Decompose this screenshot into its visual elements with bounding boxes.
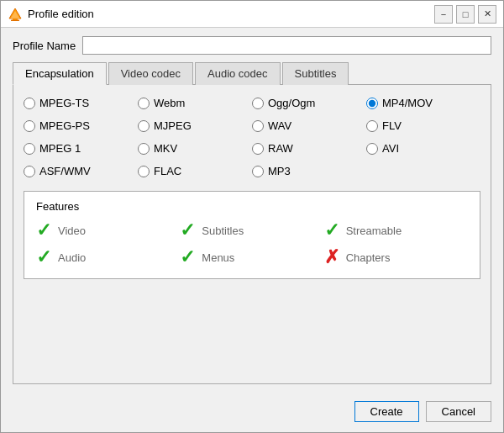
feature-chapters-label: Chapters [346, 251, 391, 264]
format-mjpeg[interactable]: MJPEG [138, 119, 252, 132]
profile-name-label: Profile Name [13, 40, 76, 52]
format-flac[interactable]: FLAC [138, 165, 252, 177]
tab-audio-codec[interactable]: Audio codec [195, 62, 281, 85]
dialog-content: Profile Name Encapsulation Video codec A… [1, 28, 503, 393]
format-mp3[interactable]: MP3 [252, 165, 366, 177]
window-title: Profile edition [28, 8, 434, 20]
feature-menus: ✓ Menus [180, 248, 323, 267]
feature-streamable-label: Streamable [346, 224, 402, 237]
create-button[interactable]: Create [354, 401, 419, 422]
format-ogg[interactable]: Ogg/Ogm [252, 97, 366, 109]
feature-chapters: ✗ Chapters [324, 248, 468, 267]
feature-video: ✓ Video [36, 221, 180, 240]
profile-name-input[interactable] [82, 36, 491, 55]
dialog-footer: Create Cancel [1, 393, 503, 432]
format-mpeg-ps[interactable]: MPEG-PS [24, 119, 138, 132]
feature-audio-label: Audio [58, 251, 86, 264]
format-grid: MPEG-TS Webm Ogg/Ogm MP4/MOV MPEG-PS [24, 97, 480, 177]
tab-encapsulation[interactable]: Encapsulation [13, 62, 107, 85]
format-mkv[interactable]: MKV [138, 142, 252, 155]
format-flv[interactable]: FLV [366, 119, 480, 132]
check-menus-icon: ✓ [180, 248, 195, 267]
format-mpeg1[interactable]: MPEG 1 [24, 142, 138, 155]
format-wav[interactable]: WAV [252, 119, 366, 132]
main-window: Profile edition − □ ✕ Profile Name Encap… [0, 0, 504, 433]
features-grid: ✓ Video ✓ Subtitles ✓ Streamable [36, 221, 468, 267]
svg-rect-3 [11, 19, 19, 21]
check-audio-icon: ✓ [36, 248, 51, 267]
check-subtitles-icon: ✓ [180, 221, 195, 240]
feature-menus-label: Menus [202, 251, 234, 264]
maximize-button[interactable]: □ [456, 5, 475, 24]
format-webm[interactable]: Webm [138, 97, 252, 109]
tabs-container: Encapsulation Video codec Audio codec Su… [13, 61, 491, 384]
minimize-button[interactable]: − [434, 5, 453, 24]
vlc-icon [8, 7, 23, 22]
window-controls: − □ ✕ [434, 5, 496, 24]
check-video-icon: ✓ [36, 221, 51, 240]
check-streamable-icon: ✓ [324, 221, 339, 240]
format-avi[interactable]: AVI [366, 142, 480, 155]
feature-video-label: Video [58, 224, 86, 237]
tab-subtitles[interactable]: Subtitles [282, 62, 349, 85]
feature-subtitles: ✓ Subtitles [180, 221, 323, 240]
features-box: Features ✓ Video ✓ Subtitles [24, 191, 480, 279]
format-mp4[interactable]: MP4/MOV [366, 97, 480, 109]
tab-video-codec[interactable]: Video codec [108, 62, 193, 85]
cross-chapters-icon: ✗ [324, 248, 339, 267]
encapsulation-tab-content: MPEG-TS Webm Ogg/Ogm MP4/MOV MPEG-PS [13, 85, 491, 384]
profile-name-row: Profile Name [13, 36, 491, 55]
feature-audio: ✓ Audio [36, 248, 180, 267]
title-bar: Profile edition − □ ✕ [1, 1, 503, 28]
feature-streamable: ✓ Streamable [324, 221, 468, 240]
format-asf[interactable]: ASF/WMV [24, 165, 138, 177]
cancel-button[interactable]: Cancel [426, 401, 491, 422]
tab-bar: Encapsulation Video codec Audio codec Su… [13, 61, 491, 85]
format-mpeg-ts[interactable]: MPEG-TS [24, 97, 138, 109]
format-raw[interactable]: RAW [252, 142, 366, 155]
feature-subtitles-label: Subtitles [202, 224, 244, 237]
close-button[interactable]: ✕ [478, 5, 496, 24]
features-title: Features [36, 200, 468, 213]
